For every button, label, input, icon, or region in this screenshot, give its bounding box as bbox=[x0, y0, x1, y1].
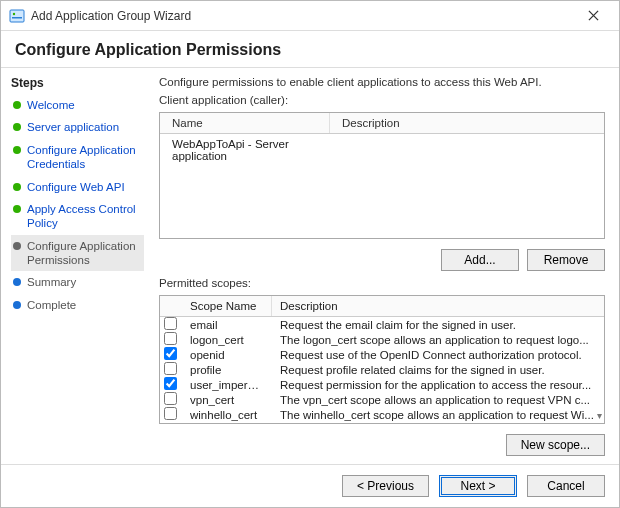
step-label: Server application bbox=[27, 120, 119, 134]
scope-row[interactable]: logon_certThe logon_cert scope allows an… bbox=[160, 332, 604, 347]
scope-buttons: New scope... bbox=[159, 430, 605, 456]
steps-heading: Steps bbox=[11, 76, 144, 90]
scopes-table: Scope Name Description emailRequest the … bbox=[159, 295, 605, 424]
permitted-scopes-label: Permitted scopes: bbox=[159, 277, 605, 289]
previous-button[interactable]: < Previous bbox=[342, 475, 429, 497]
step-label: Complete bbox=[27, 298, 76, 312]
scope-row[interactable]: emailRequest the email claim for the sig… bbox=[160, 317, 604, 332]
svg-point-1 bbox=[13, 12, 15, 14]
svg-rect-2 bbox=[12, 17, 22, 19]
step-item[interactable]: Apply Access Control Policy bbox=[11, 198, 144, 235]
column-name[interactable]: Name bbox=[160, 113, 330, 133]
step-bullet-icon bbox=[13, 242, 21, 250]
titlebar: Add Application Group Wizard bbox=[1, 1, 619, 31]
main-panel: Configure permissions to enable client a… bbox=[149, 68, 619, 464]
step-item[interactable]: Welcome bbox=[11, 94, 144, 116]
scope-row[interactable]: user_imperso...Request permission for th… bbox=[160, 377, 604, 392]
scope-name-cell: user_imperso... bbox=[182, 379, 272, 391]
scope-checkbox[interactable] bbox=[164, 317, 177, 330]
scope-row[interactable]: openidRequest use of the OpenID Connect … bbox=[160, 347, 604, 362]
step-label: Summary bbox=[27, 275, 76, 289]
scope-checkbox-cell bbox=[160, 377, 182, 392]
scope-name-cell: profile bbox=[182, 364, 272, 376]
scope-desc-cell: The winhello_cert scope allows an applic… bbox=[272, 409, 604, 421]
column-description[interactable]: Description bbox=[330, 113, 604, 133]
step-bullet-icon bbox=[13, 278, 21, 286]
page-title: Configure Application Permissions bbox=[1, 31, 619, 67]
step-bullet-icon bbox=[13, 123, 21, 131]
steps-sidebar: Steps WelcomeServer applicationConfigure… bbox=[1, 68, 149, 464]
instruction-text: Configure permissions to enable client a… bbox=[159, 76, 605, 88]
remove-button[interactable]: Remove bbox=[527, 249, 605, 271]
step-item[interactable]: Complete bbox=[11, 294, 144, 316]
step-item[interactable]: Summary bbox=[11, 271, 144, 293]
step-bullet-icon bbox=[13, 205, 21, 213]
cancel-button[interactable]: Cancel bbox=[527, 475, 605, 497]
add-button[interactable]: Add... bbox=[441, 249, 519, 271]
client-list-header: Name Description bbox=[160, 113, 604, 134]
column-scope-name[interactable]: Scope Name bbox=[182, 296, 272, 316]
window-title: Add Application Group Wizard bbox=[31, 9, 575, 23]
client-app-list[interactable]: Name Description WebAppToApi - Server ap… bbox=[159, 112, 605, 239]
step-item[interactable]: Configure Application Permissions bbox=[11, 235, 144, 272]
scroll-down-icon[interactable]: ▾ bbox=[597, 410, 602, 421]
step-item[interactable]: Configure Application Credentials bbox=[11, 139, 144, 176]
scope-desc-cell: Request permission for the application t… bbox=[272, 379, 604, 391]
scope-checkbox-cell bbox=[160, 362, 182, 377]
step-label: Configure Application Permissions bbox=[27, 239, 142, 268]
scope-name-cell: vpn_cert bbox=[182, 394, 272, 406]
column-checkbox bbox=[160, 296, 182, 316]
step-bullet-icon bbox=[13, 183, 21, 191]
wizard-body: Steps WelcomeServer applicationConfigure… bbox=[1, 68, 619, 464]
step-bullet-icon bbox=[13, 146, 21, 154]
scope-desc-cell: Request profile related claims for the s… bbox=[272, 364, 604, 376]
scope-checkbox[interactable] bbox=[164, 362, 177, 375]
scope-desc-cell: Request the email claim for the signed i… bbox=[272, 319, 604, 331]
step-bullet-icon bbox=[13, 101, 21, 109]
step-bullet-icon bbox=[13, 301, 21, 309]
scope-name-cell: winhello_cert bbox=[182, 409, 272, 421]
scope-name-cell: openid bbox=[182, 349, 272, 361]
client-buttons: Add... Remove bbox=[159, 245, 605, 271]
column-scope-description[interactable]: Description bbox=[272, 296, 604, 316]
scope-checkbox[interactable] bbox=[164, 332, 177, 345]
scope-desc-cell: The vpn_cert scope allows an application… bbox=[272, 394, 604, 406]
client-desc-cell bbox=[330, 134, 604, 166]
new-scope-button[interactable]: New scope... bbox=[506, 434, 605, 456]
scope-name-cell: email bbox=[182, 319, 272, 331]
next-button[interactable]: Next > bbox=[439, 475, 517, 497]
step-item[interactable]: Configure Web API bbox=[11, 176, 144, 198]
scopes-body[interactable]: emailRequest the email claim for the sig… bbox=[160, 317, 604, 422]
scope-checkbox-cell bbox=[160, 332, 182, 347]
step-label: Configure Web API bbox=[27, 180, 125, 194]
svg-rect-0 bbox=[10, 10, 24, 22]
scope-row[interactable]: profileRequest profile related claims fo… bbox=[160, 362, 604, 377]
scope-checkbox-cell bbox=[160, 347, 182, 362]
client-app-label: Client application (caller): bbox=[159, 94, 605, 106]
step-label: Apply Access Control Policy bbox=[27, 202, 142, 231]
scopes-header: Scope Name Description bbox=[160, 296, 604, 317]
wizard-footer: < Previous Next > Cancel bbox=[1, 464, 619, 507]
scope-checkbox-cell bbox=[160, 407, 182, 422]
scope-row[interactable]: winhello_certThe winhello_cert scope all… bbox=[160, 407, 604, 422]
client-row[interactable]: WebAppToApi - Server application bbox=[160, 134, 604, 166]
scope-checkbox[interactable] bbox=[164, 377, 177, 390]
step-label: Welcome bbox=[27, 98, 75, 112]
scope-checkbox-cell bbox=[160, 317, 182, 332]
scope-row[interactable]: vpn_certThe vpn_cert scope allows an app… bbox=[160, 392, 604, 407]
scope-checkbox[interactable] bbox=[164, 407, 177, 420]
scope-name-cell: logon_cert bbox=[182, 334, 272, 346]
close-button[interactable] bbox=[575, 4, 611, 28]
scope-desc-cell: The logon_cert scope allows an applicati… bbox=[272, 334, 604, 346]
scope-checkbox[interactable] bbox=[164, 347, 177, 360]
step-item[interactable]: Server application bbox=[11, 116, 144, 138]
wizard-icon bbox=[9, 8, 25, 24]
step-label: Configure Application Credentials bbox=[27, 143, 142, 172]
client-name-cell: WebAppToApi - Server application bbox=[160, 134, 330, 166]
close-icon bbox=[588, 10, 599, 21]
scope-checkbox-cell bbox=[160, 392, 182, 407]
scope-desc-cell: Request use of the OpenID Connect author… bbox=[272, 349, 604, 361]
scope-checkbox[interactable] bbox=[164, 392, 177, 405]
